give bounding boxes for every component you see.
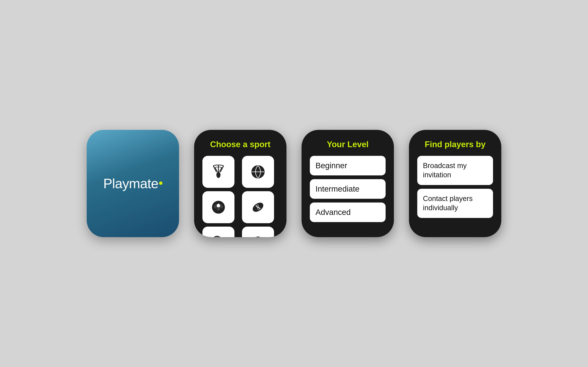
sport-badminton-button[interactable] (202, 156, 234, 188)
your-level-title: Your Level (327, 140, 369, 149)
find-players-title: Find players by (425, 140, 486, 149)
sport-football-button[interactable] (242, 191, 274, 223)
find-options-group: Broadcast my invitation Contact players … (417, 156, 493, 218)
svg-point-0 (216, 172, 221, 178)
football-icon (250, 199, 267, 216)
choose-sport-screen: Choose a sport (194, 130, 286, 237)
volleyball-icon (250, 234, 267, 237)
sport-tennis-button[interactable] (202, 227, 234, 237)
sport-soccer-button[interactable] (202, 191, 234, 223)
tennis-icon (210, 234, 227, 237)
your-level-screen: Your Level Beginner Intermediate Advance… (302, 130, 394, 237)
basketball-icon (250, 163, 267, 180)
choose-sport-title: Choose a sport (210, 140, 270, 149)
playmate-logo-screen: Playmate (87, 130, 179, 237)
broadcast-button[interactable]: Broadcast my invitation (417, 156, 493, 185)
playmate-word: Playmate (103, 176, 158, 191)
badminton-icon (210, 163, 227, 180)
screens-container: Playmate Choose a sport (87, 130, 501, 237)
level-buttons-group: Beginner Intermediate Advanced (310, 156, 386, 222)
sport-basketball-button[interactable] (242, 156, 274, 188)
soccer-icon (210, 199, 227, 216)
beginner-button[interactable]: Beginner (310, 156, 386, 175)
intermediate-button[interactable]: Intermediate (310, 179, 386, 199)
sport-volleyball-button[interactable] (242, 227, 274, 237)
contact-players-button[interactable]: Contact players individually (417, 189, 493, 218)
find-players-screen: Find players by Broadcast my invitation … (409, 130, 501, 237)
playmate-title: Playmate (103, 176, 163, 191)
playmate-dot (159, 181, 163, 185)
advanced-button[interactable]: Advanced (310, 202, 386, 222)
sports-grid (202, 156, 278, 237)
